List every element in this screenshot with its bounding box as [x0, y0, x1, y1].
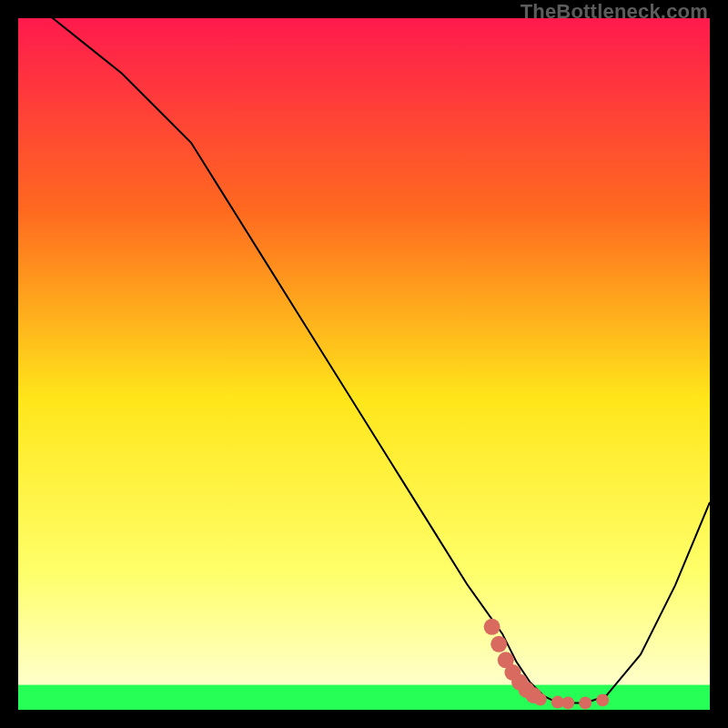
frame: TheBottleneck.com [0, 0, 728, 728]
marker-dot [484, 619, 500, 635]
marker-dot [534, 693, 547, 706]
chart-svg [18, 18, 710, 710]
chart-area [18, 18, 710, 710]
marker-dot [561, 696, 574, 709]
marker-dot [490, 636, 507, 652]
gradient-background [18, 18, 710, 710]
marker-dot [596, 693, 609, 706]
marker-dot [579, 696, 592, 709]
